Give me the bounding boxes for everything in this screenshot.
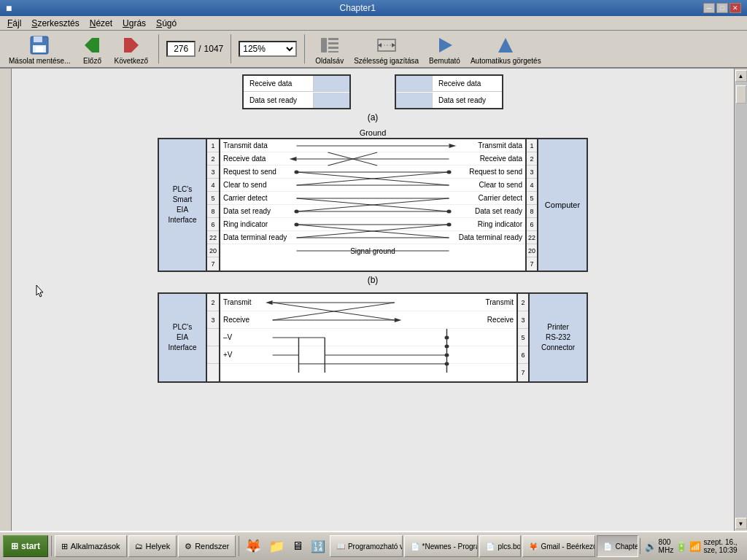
svg-rect-1: [34, 36, 42, 42]
pin-l-3: 3: [207, 166, 219, 179]
plc-btn-label: Programozható vezérl...: [348, 542, 403, 551]
svg-rect-9: [328, 38, 338, 40]
svg-rect-7: [124, 38, 131, 52]
diagram-a-section: Receive data Data set ready Receive data: [26, 74, 719, 122]
scroll-down-arrow[interactable]: ▼: [735, 518, 747, 529]
folder-icon: 📁: [268, 539, 285, 553]
right-pin-col: 1 2 3 4 5 8 6 22 20 7: [525, 138, 538, 272]
page-current-input[interactable]: [166, 41, 196, 57]
minimize-button[interactable]: ─: [703, 3, 715, 13]
c-left-pins: 2 3: [207, 292, 220, 383]
page-separator: /: [198, 44, 201, 54]
menu-goto[interactable]: Ugrás: [118, 18, 150, 29]
diagram-c-main: PLC's EIA Interface 2 3: [158, 292, 588, 383]
taskbar-apps[interactable]: ⊞ Alkalmazások: [55, 535, 127, 557]
pin-l-22: 22: [207, 231, 219, 244]
menu-edit[interactable]: Szerkesztés: [27, 18, 83, 29]
sidebar-button[interactable]: Oldalsáv: [312, 32, 347, 66]
sig-row-7: Ring indicator Ring indicator: [220, 218, 525, 231]
sig-row-2: Receive data Receive data: [220, 152, 525, 166]
presentation-label: Bemutató: [429, 57, 460, 65]
auto-scroll-button[interactable]: Automatikus görgetés: [468, 32, 544, 66]
apps-icon: ⊞: [61, 542, 68, 551]
taskbar-sep-1: [51, 536, 52, 556]
taskbar-terminal[interactable]: 🖥: [289, 540, 306, 553]
svg-marker-17: [439, 38, 452, 52]
taskbar-chapter-btn[interactable]: 📄 Chapter1: [597, 535, 638, 557]
tray-network[interactable]: 🔊: [645, 541, 657, 552]
svg-rect-10: [328, 42, 338, 44]
scroll-up-arrow[interactable]: ▲: [735, 70, 747, 82]
pin-l-5: 5: [207, 192, 219, 205]
pin-l-20: 20: [207, 244, 219, 257]
left-panel: [0, 69, 12, 531]
zoom-select[interactable]: 125% 100% 75% 150%: [239, 41, 297, 57]
tray-time: szept. 16., sze, 10:39: [703, 538, 740, 554]
menu-file[interactable]: Fájl: [3, 18, 26, 29]
chapter-icon: 📄: [603, 542, 612, 551]
system-icon: ⚙: [185, 542, 192, 551]
svg-marker-4: [85, 38, 92, 52]
terminal-icon: 🖥: [292, 540, 303, 552]
pin-8-area: 8: [158, 383, 588, 397]
right-scrollbar[interactable]: ▲ ▼: [734, 69, 747, 531]
c-row-4: +V: [220, 346, 516, 364]
tray-sound[interactable]: 📶: [689, 541, 701, 552]
taskbar-sep-2: [239, 536, 239, 556]
sig-row-gnd: Signal ground: [220, 244, 525, 257]
start-button[interactable]: ⊞ start: [3, 535, 48, 557]
sig-row-5: Carrier detect Carrier detect: [220, 192, 525, 205]
taskbar-gmail-btn[interactable]: 🦊 Gmail - Beérkező leve...: [522, 535, 595, 557]
diagram-a-boxes: Receive data Data set ready Receive data: [242, 74, 503, 109]
apps-label: Alkalmazások: [71, 542, 120, 551]
taskbar-folder[interactable]: 📁: [266, 538, 287, 554]
auto-scroll-label: Automatikus görgetés: [471, 57, 541, 65]
taskbar-places[interactable]: 🗂 Helyek: [128, 535, 177, 557]
plc-btn-icon: 📖: [336, 542, 345, 551]
window-controls: ─ □ ✕: [703, 3, 741, 13]
fit-width-icon: [375, 34, 398, 57]
scroll-thumb[interactable]: [736, 85, 746, 104]
start-icon: ⊞: [11, 541, 18, 551]
taskbar-plc-btn[interactable]: 📖 Programozható vezérl...: [330, 535, 403, 557]
fit-width-label: Szélesség igazítása: [354, 57, 419, 65]
taskbar-browser[interactable]: 🦊: [242, 538, 264, 554]
computer-right-box: Computer: [538, 138, 588, 272]
menu-view[interactable]: Nézet: [85, 18, 117, 29]
sig-row-6: Data set ready Data set ready: [220, 205, 525, 218]
newnes-icon: 📄: [411, 542, 419, 551]
c-right-pins: 2 3 5 6 7: [516, 292, 530, 383]
taskbar-newnes-btn[interactable]: 📄 *Newnes - Programma...: [404, 535, 479, 557]
tray-cpu[interactable]: 800 MHz: [659, 538, 674, 554]
next-icon: [120, 34, 143, 57]
pin-l-4: 4: [207, 179, 219, 192]
svg-rect-12: [328, 51, 338, 52]
prev-button[interactable]: Előző: [77, 32, 107, 66]
fit-width-button[interactable]: Szélesség igazítása: [351, 32, 422, 66]
pin-l-7: 7: [207, 257, 219, 271]
auto-scroll-icon: [494, 34, 517, 57]
diagram-a-label: (a): [368, 112, 379, 122]
c-row-1: Transmit Transmit: [220, 294, 516, 311]
taskbar-plcsbook-btn[interactable]: 📄 plcs.book: [479, 535, 521, 557]
taskbar-system[interactable]: ⚙ Rendszer: [178, 535, 236, 557]
menu-help[interactable]: Súgó: [152, 18, 181, 29]
next-button[interactable]: Következő: [111, 32, 151, 66]
taskbar-calc[interactable]: 🔢: [308, 540, 328, 553]
save-icon: [28, 34, 51, 57]
menu-bar: Fájl Szerkesztés Nézet Ugrás Súgó: [0, 16, 747, 31]
diagram-b-section: Ground PLC's Smart EIA Interface 1 2 3: [26, 128, 719, 285]
maximize-button[interactable]: □: [716, 3, 728, 13]
presentation-button[interactable]: Bemutató: [426, 32, 463, 66]
diagram-b-container: Ground PLC's Smart EIA Interface 1 2 3: [158, 128, 588, 272]
sig-row-8: Data terminal ready Data terminal ready: [220, 231, 525, 244]
app-icon: ■: [6, 2, 12, 14]
diag-a-right-row2: Data set ready: [433, 96, 502, 104]
diagram-c-container: PLC's EIA Interface 2 3: [158, 292, 588, 397]
page-total: 1047: [204, 44, 224, 54]
save-button[interactable]: Másolat mentése...: [6, 32, 73, 66]
tray-power[interactable]: 🔋: [676, 541, 687, 552]
diagram-b-label: (b): [368, 275, 379, 285]
close-button[interactable]: ✕: [729, 3, 741, 13]
svg-rect-11: [328, 47, 338, 49]
